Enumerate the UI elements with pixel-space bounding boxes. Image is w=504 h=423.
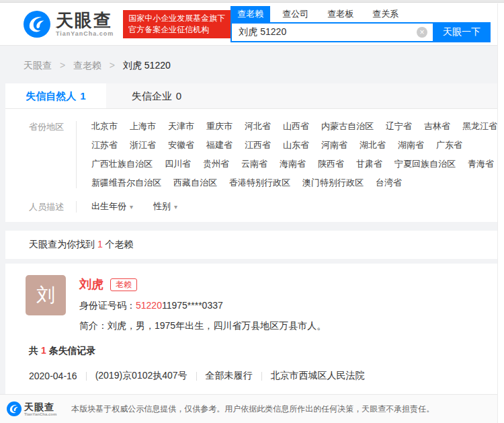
breadcrumb-section[interactable]: 查老赖: [73, 60, 101, 71]
province-filter-link[interactable]: 台湾省: [376, 177, 402, 189]
province-filter-link[interactable]: 湖北省: [360, 139, 386, 151]
search-tab[interactable]: 查关系: [366, 6, 405, 22]
province-filter-link[interactable]: 贵州省: [203, 158, 229, 170]
id-row: 身份证号码：5122011975****0337: [79, 300, 326, 312]
province-filter-link[interactable]: 山东省: [283, 139, 309, 151]
filter-divider: [76, 201, 77, 213]
province-filter-link[interactable]: 辽宁省: [386, 120, 412, 132]
search-button[interactable]: 天眼一下: [433, 22, 491, 42]
province-filter-link[interactable]: 西藏自治区: [173, 177, 217, 189]
province-filter-link[interactable]: 江西省: [245, 139, 271, 151]
province-filter-link[interactable]: 内蒙古自治区: [321, 120, 374, 132]
record-date: 2020-04-16: [29, 371, 77, 381]
tianyancha-eye-icon: [24, 11, 50, 38]
result-type-tab[interactable]: 失信自然人1: [5, 83, 106, 108]
breadcrumb-separator-icon: >: [110, 60, 115, 71]
province-filter-link[interactable]: 吉林省: [424, 120, 450, 132]
record-case-number: (2019)京0102执407号: [95, 370, 187, 382]
search-tab[interactable]: 查老板: [321, 6, 360, 22]
province-filter-link[interactable]: 广西壮族自治区: [91, 158, 153, 170]
province-filter-link[interactable]: 河南省: [321, 139, 347, 151]
province-filter-label: 省份地区: [29, 120, 71, 189]
province-filter-link[interactable]: 河北省: [245, 120, 271, 132]
province-filter-link[interactable]: 四川省: [165, 158, 191, 170]
province-filter-link[interactable]: 海南省: [280, 158, 306, 170]
record-divider: [86, 372, 87, 381]
record-divider: [261, 372, 262, 381]
site-logo[interactable]: 天眼查 TianYanCha.com: [24, 11, 114, 38]
record-count-prefix: 共: [29, 345, 38, 356]
province-links: 北京市上海市天津市重庆市河北省山西省内蒙古自治区辽宁省吉林省黑龙江省江苏省浙江省…: [91, 120, 497, 189]
filter-divider: [76, 121, 77, 188]
person-filter-row: 人员描述 出生年份▾性别▾: [29, 200, 497, 213]
province-filter-link[interactable]: 黑龙江省: [462, 120, 497, 132]
scrollbar[interactable]: [497, 3, 504, 423]
caret-down-icon: ▾: [174, 203, 177, 210]
header: 天眼查 TianYanCha.com 国家中小企业发展基金旗下 官方备案企业征信…: [0, 3, 504, 46]
province-filter-link[interactable]: 青海省: [468, 158, 494, 170]
province-filter-link[interactable]: 澳门特别行政区: [302, 177, 364, 189]
province-filter-link[interactable]: 福建省: [206, 139, 233, 151]
province-filter-link[interactable]: 湖南省: [398, 139, 424, 151]
search-tab[interactable]: 查老赖: [230, 6, 270, 22]
intro-row: 简介：刘虎，男，1975年出生，四川省万县地区万县市人。: [79, 320, 326, 332]
record-divider: [196, 372, 197, 381]
person-name[interactable]: 刘虎: [79, 276, 103, 293]
id-label: 身份证号码：: [79, 300, 136, 311]
search-tabs: 查老赖查公司查老板查关系: [230, 6, 491, 22]
province-filter-link[interactable]: 江苏省: [91, 139, 118, 151]
search-area: 查老赖查公司查老板查关系 × 天眼一下: [230, 6, 491, 42]
gov-badge-line1: 国家中小企业发展基金旗下: [128, 13, 225, 24]
province-filter-link[interactable]: 天津市: [168, 120, 194, 132]
footer: 天眼查 TianYanCha.com 本版块基于权威公示信息提供，仅供参考。用户…: [0, 394, 504, 423]
province-filter-link[interactable]: 陕西省: [318, 158, 344, 170]
footer-logo-text: 天眼查 TianYanCha.com: [24, 402, 56, 416]
person-block: 刘 刘虎 老赖 身份证号码：5122011975****0337 简介：刘虎，男…: [26, 275, 497, 332]
filter-card: 失信自然人1失信企业0 省份地区 北京市上海市天津市重庆市河北省山西省内蒙古自治…: [5, 83, 497, 222]
breadcrumb: 天眼查 > 查老赖 > 刘虎 51220: [24, 60, 504, 73]
filter-dropdown[interactable]: 出生年份▾: [91, 200, 133, 213]
province-filter-link[interactable]: 安徽省: [168, 139, 194, 151]
province-filter-link[interactable]: 山西省: [283, 120, 309, 132]
breadcrumb-separator-icon: >: [60, 60, 65, 71]
breadcrumb-home[interactable]: 天眼查: [24, 60, 52, 71]
province-filter-link[interactable]: 重庆市: [206, 120, 233, 132]
footer-logo[interactable]: 天眼查 TianYanCha.com: [7, 401, 56, 416]
province-filter-link[interactable]: 新疆维吾尔自治区: [91, 177, 161, 189]
page: 天眼查 TianYanCha.com 国家中小企业发展基金旗下 官方备案企业征信…: [0, 0, 504, 423]
province-filter-link[interactable]: 宁夏回族自治区: [394, 158, 456, 170]
record-row[interactable]: 2020-04-16 (2019)京0102执407号 全部未履行 北京市西城区…: [29, 370, 497, 382]
province-filter-link[interactable]: 云南省: [241, 158, 267, 170]
summary-suffix: 个老赖: [106, 239, 134, 249]
summary-prefix: 天眼查为你找到: [29, 239, 95, 249]
province-filter-link[interactable]: 甘肃省: [356, 158, 382, 170]
breadcrumb-current: 刘虎 51220: [123, 60, 171, 71]
record-count-row: 共 1 条失信记录: [29, 345, 497, 357]
footer-disclaimer: 本版块基于权威公示信息提供，仅供参考。用户依据此类信息所作出的任何决策，天眼查不…: [71, 403, 434, 415]
person-info: 刘虎 老赖 身份证号码：5122011975****0337 简介：刘虎，男，1…: [79, 275, 326, 332]
search-input[interactable]: [230, 22, 433, 42]
caret-down-icon: ▾: [130, 203, 133, 210]
result-type-tab[interactable]: 失信企业0: [106, 83, 207, 108]
avatar[interactable]: 刘: [26, 275, 66, 315]
clear-icon[interactable]: ×: [417, 27, 427, 38]
province-filter-link[interactable]: 广东省: [436, 139, 462, 151]
logo-text: 天眼查 TianYanCha.com: [56, 11, 114, 37]
result-type-tabs: 失信自然人1失信企业0: [5, 83, 497, 109]
result-summary: 天眼查为你找到 1 个老赖: [5, 231, 497, 259]
province-filter-link[interactable]: 北京市: [91, 120, 118, 132]
id-rest: 11975****0337: [162, 300, 223, 311]
person-filter-dropdowns: 出生年份▾性别▾: [91, 200, 177, 213]
province-filter-link[interactable]: 香港特别行政区: [229, 177, 290, 189]
search-row: × 天眼一下: [230, 22, 491, 42]
result-card: 刘 刘虎 老赖 身份证号码：5122011975****0337 简介：刘虎，男…: [5, 264, 497, 396]
name-row: 刘虎 老赖: [79, 276, 326, 293]
search-tab[interactable]: 查公司: [276, 6, 315, 22]
deadbeat-badge: 老赖: [110, 278, 137, 291]
province-filter-link[interactable]: 浙江省: [130, 139, 156, 151]
record-count-suffix: 条失信记录: [49, 345, 96, 356]
filter-dropdown[interactable]: 性别▾: [153, 200, 177, 213]
province-filter-link[interactable]: 上海市: [130, 120, 156, 132]
record-count: 1: [41, 345, 46, 356]
footer-logo-domain: TianYanCha.com: [24, 412, 56, 416]
